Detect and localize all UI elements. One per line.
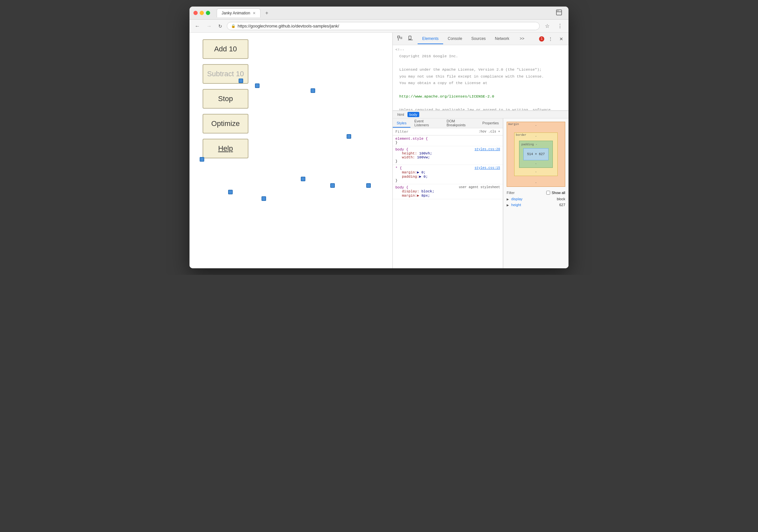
css-value-margin: ▶ 0; <box>417 171 426 174</box>
box-model-margin: margin - border - padding - 514 × 627 - <box>507 122 565 187</box>
styles-toolbar: Styles Event Listeners DOM Breakpoints P… <box>393 118 503 128</box>
traffic-lights <box>193 11 210 15</box>
elements-tab[interactable]: Elements <box>418 34 443 44</box>
properties-tab[interactable]: Properties <box>478 119 503 128</box>
html-line-unless1: Unless required by applicable law or agr… <box>393 107 568 111</box>
html-line-blank3 <box>393 100 568 106</box>
styles-filter-bar: :hov .cls + <box>393 128 503 135</box>
tab-title: Janky Animation <box>222 11 250 16</box>
animated-dot-7 <box>330 183 335 188</box>
computed-height-label: ▶ height <box>507 203 521 207</box>
css-block-star: * { styles.css:15 margin:▶ 0; padding:▶ … <box>393 165 503 184</box>
animated-dot-4 <box>200 157 204 162</box>
title-bar: Janky Animation ✕ + <box>190 7 568 19</box>
page-content: Add 10 Subtract 10 Stop Optimize Help <box>190 33 393 268</box>
css-block-body-dimensions: body { styles.css:20 height: 100vh; widt… <box>393 146 503 165</box>
device-toolbar-button[interactable] <box>406 34 415 43</box>
devtools-more-menu[interactable]: ⋮ <box>546 35 555 43</box>
address-text: https://googlechrome.github.io/devtools-… <box>238 23 339 28</box>
forward-button[interactable]: → <box>205 22 214 30</box>
html-line-copyright: Copyright 2016 Google Inc. <box>393 53 568 59</box>
sources-tab[interactable]: Sources <box>467 34 490 44</box>
box-model-content: 514 × 627 <box>523 148 549 160</box>
animated-dot-5 <box>347 134 351 139</box>
css-prop-margin-ua: margin:▶ 8px; <box>396 194 430 198</box>
breadcrumb-html[interactable]: html <box>396 112 406 117</box>
bookmark-button[interactable]: ☆ <box>542 21 552 30</box>
styles-left: Styles Event Listeners DOM Breakpoints P… <box>393 118 503 268</box>
network-tab[interactable]: Network <box>490 34 514 44</box>
filter-label: Filter <box>507 191 514 195</box>
animated-dot-6 <box>301 177 305 181</box>
html-line-comment1: <!-- <box>393 47 568 53</box>
computed-display-label: ▶ display <box>507 197 522 201</box>
html-line-license3: You may obtain a copy of the License at <box>393 80 568 86</box>
svg-rect-4 <box>398 36 399 38</box>
css-selector-body2: body { <box>396 185 408 189</box>
address-input[interactable]: 🔒 https://googlechrome.github.io/devtool… <box>227 22 540 30</box>
css-selector-element: element.style { <box>396 137 428 141</box>
css-source-styles20[interactable]: styles.css:20 <box>474 148 500 151</box>
breadcrumb-bar: html body <box>393 111 568 118</box>
maximize-traffic-light[interactable] <box>206 11 210 15</box>
box-model-panel: margin - border - padding - 514 × 627 - <box>503 118 568 268</box>
tab-close-button[interactable]: ✕ <box>253 11 256 16</box>
svg-point-3 <box>558 11 559 11</box>
show-all-checkbox[interactable] <box>546 191 550 195</box>
css-close-brace-3: } <box>396 179 398 183</box>
animated-dot-3 <box>311 88 315 93</box>
html-line-apache-url: http://www.apache.org/licenses/LICENSE-2… <box>393 93 568 100</box>
css-close-brace-1: } <box>396 141 398 145</box>
styles-filter-input[interactable] <box>396 130 477 134</box>
box-model-border: border - padding - 514 × 627 - - <box>514 133 558 176</box>
menu-button[interactable]: ⋮ <box>555 21 565 30</box>
css-value-margin-ua: 8px; <box>421 194 430 198</box>
show-all-label: Show all <box>546 191 565 195</box>
browser-tab[interactable]: Janky Animation ✕ <box>217 9 260 17</box>
border-label: border <box>516 133 526 137</box>
controls-panel: Add 10 Subtract 10 Stop Optimize Help <box>203 39 248 158</box>
svg-rect-8 <box>409 36 411 39</box>
devtools-icon[interactable] <box>553 8 565 18</box>
filter-pseudo-controls[interactable]: :hov .cls + <box>478 130 500 133</box>
devtools-close-button[interactable]: ✕ <box>557 35 566 43</box>
stop-button[interactable]: Stop <box>203 89 248 109</box>
css-value-display: block; <box>421 189 434 193</box>
minimize-traffic-light[interactable] <box>200 11 204 15</box>
dom-breakpoints-tab[interactable]: DOM Breakpoints <box>443 118 478 130</box>
border-bottom-value: - <box>516 171 555 174</box>
add10-button[interactable]: Add 10 <box>203 39 248 59</box>
elements-panel: <!-- Copyright 2016 Google Inc. Licensed… <box>393 45 568 111</box>
breadcrumb-body[interactable]: body <box>407 112 419 117</box>
svg-point-2 <box>557 11 558 11</box>
close-traffic-light[interactable] <box>193 11 198 15</box>
help-button[interactable]: Help <box>203 139 248 158</box>
css-value-padding: ▶ 0; <box>419 175 428 179</box>
css-value-width: 100vw; <box>417 155 430 159</box>
computed-row-display: ▶ display block <box>507 196 565 202</box>
back-button[interactable]: ← <box>193 22 202 30</box>
computed-section: Filter Show all ▶ display block <box>507 191 565 208</box>
event-listeners-tab[interactable]: Event Listeners <box>410 118 443 130</box>
styles-tab[interactable]: Styles <box>393 119 410 128</box>
computed-filter-row: Filter Show all <box>507 191 565 195</box>
styles-panel: Styles Event Listeners DOM Breakpoints P… <box>393 118 568 268</box>
optimize-button[interactable]: Optimize <box>203 114 248 133</box>
browser-window: Janky Animation ✕ + ← → ↻ 🔒 https://goog… <box>190 7 568 268</box>
css-source-styles15[interactable]: styles.css:15 <box>474 166 500 170</box>
inspect-element-button[interactable] <box>396 34 404 43</box>
devtools-panel: Elements Console Sources Network >> 1 ⋮ … <box>393 33 568 268</box>
content-size: 514 × 627 <box>527 152 545 156</box>
css-close-brace-2: } <box>396 159 398 163</box>
html-line-license1: Licensed under the Apache License, Versi… <box>393 66 568 73</box>
css-selector-body1: body { <box>396 148 408 151</box>
css-source-ua: user agent stylesheet <box>459 185 500 189</box>
more-tabs-button[interactable]: >> <box>515 34 529 44</box>
html-line-license2: you may not use this file except in comp… <box>393 73 568 80</box>
html-line-blank1 <box>393 60 568 66</box>
reload-button[interactable]: ↻ <box>216 22 224 30</box>
console-tab[interactable]: Console <box>443 34 467 44</box>
tab-area: Janky Animation ✕ + <box>217 8 565 18</box>
computed-display-value: block <box>557 197 565 201</box>
new-tab-button[interactable]: + <box>262 9 271 17</box>
